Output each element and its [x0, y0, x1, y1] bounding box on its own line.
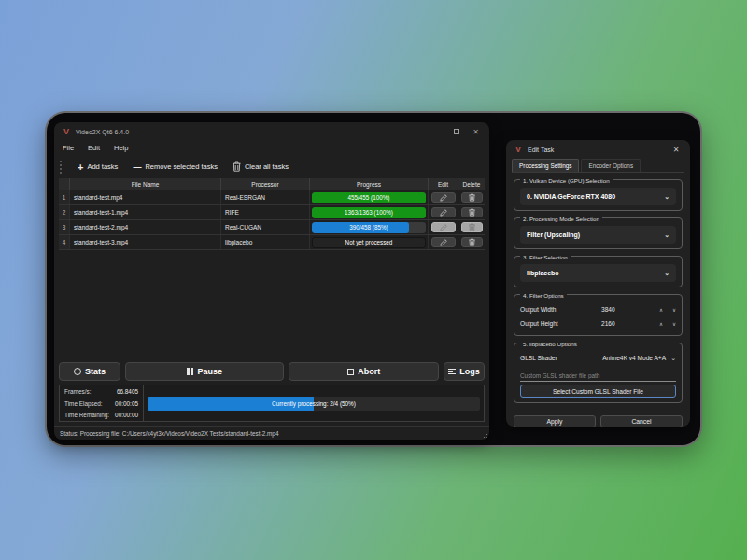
overall-progress-text: Currently processing: 2/4 (50%) [272, 400, 356, 407]
stats-icon [74, 368, 81, 375]
logs-label: Logs [459, 367, 480, 376]
row-number: 1 [59, 190, 70, 204]
dialog-tabs: Processing Settings Encoder Options [512, 159, 684, 173]
progress-cell: Not yet processed [310, 235, 429, 249]
col-edit: Edit [429, 178, 458, 190]
processor-cell: libplacebo [221, 235, 310, 249]
pause-label: Pause [197, 367, 222, 376]
col-rownum [59, 178, 70, 190]
custom-shader-path-input[interactable] [520, 371, 676, 382]
filter-options-title: 4. Filter Options [520, 291, 567, 300]
trash-icon [469, 223, 475, 231]
delete-task-button[interactable] [461, 237, 483, 247]
progress-text: 390/458 (85%) [349, 224, 388, 231]
glsl-shader-value[interactable]: Anime4K v4 Mode A+A [602, 355, 666, 361]
output-width-value[interactable]: 3840 [601, 306, 659, 313]
processor-cell: RIFE [221, 205, 310, 219]
trash-icon [469, 238, 475, 246]
abort-button[interactable]: Abort [289, 362, 439, 381]
menu-edit[interactable]: Edit [88, 144, 100, 152]
spin-down-icon[interactable]: ∨ [672, 307, 676, 313]
col-processor: Processor [221, 178, 310, 190]
table-row[interactable]: 1 standard-test.mp4 Real-ESRGAN 455/455 … [59, 190, 485, 205]
pause-button[interactable]: Pause [125, 362, 284, 381]
filter-select[interactable]: libplacebo ⌄ [520, 264, 676, 282]
toolbar-handle[interactable] [60, 161, 63, 174]
clear-tasks-button[interactable]: Clear all tasks [233, 161, 289, 172]
table-row[interactable]: 2 standard-test-1.mp4 RIFE 1363/1363 (10… [59, 205, 485, 220]
pencil-icon [440, 194, 447, 202]
edit-task-button[interactable] [431, 192, 456, 203]
minus-icon: — [133, 162, 141, 172]
libplacebo-options-group: 5. libplacebo Options GLSL Shader Anime4… [514, 343, 683, 403]
processing-mode-group: 2. Processing Mode Selection Filter (Ups… [514, 217, 683, 249]
gpu-select[interactable]: 0. NVIDIA GeForce RTX 4080 ⌄ [520, 188, 676, 205]
apply-button[interactable]: Apply [514, 415, 596, 427]
close-button[interactable]: ✕ [468, 125, 484, 138]
remove-tasks-button[interactable]: — Remove selected tasks [133, 162, 218, 172]
add-tasks-button[interactable]: + Add tasks [78, 162, 118, 172]
add-tasks-label: Add tasks [87, 162, 118, 171]
pencil-icon [440, 239, 447, 246]
spin-down-icon[interactable]: ∨ [672, 321, 676, 327]
minimize-button[interactable]: – [429, 125, 444, 138]
col-delete: Delete [458, 178, 485, 190]
output-width-label: Output Width [520, 306, 601, 313]
resize-grip[interactable] [482, 432, 487, 438]
delete-task-button[interactable] [461, 192, 483, 203]
gpu-select-value: 0. NVIDIA GeForce RTX 4080 [527, 193, 615, 200]
maximize-icon [454, 129, 459, 134]
file-name-cell: standard-test-2.mp4 [70, 220, 221, 234]
processor-cell: Real-CUGAN [221, 220, 310, 234]
menu-bar: File Edit Help [54, 141, 489, 155]
progress-text: 455/455 (100%) [348, 194, 390, 201]
stats-button[interactable]: Stats [59, 362, 120, 381]
file-name-cell: standard-test-1.mp4 [70, 205, 221, 219]
menu-file[interactable]: File [63, 144, 74, 152]
output-height-label: Output Height [520, 320, 601, 327]
processor-cell: Real-ESRGAN [221, 190, 310, 204]
spin-up-icon[interactable]: ∧ [659, 321, 663, 327]
overall-progress-bar: Currently processing: 2/4 (50%) [148, 397, 480, 411]
logs-icon [448, 369, 456, 375]
delete-task-button-disabled [461, 222, 483, 232]
output-height-value[interactable]: 2160 [601, 320, 659, 327]
vulkan-device-group: 1. Vulkan Device (GPU) Selection 0. NVID… [514, 179, 683, 211]
progress-text: Not yet processed [345, 239, 393, 245]
filter-selection-group: 3. Filter Selection libplacebo ⌄ [514, 256, 683, 287]
pencil-icon [440, 209, 447, 217]
cancel-button[interactable]: Cancel [600, 415, 683, 427]
status-text: Status: Processing file: C:/Users/k4yt3x… [60, 430, 278, 437]
edit-task-button-disabled [431, 222, 456, 232]
mode-select[interactable]: Filter (Upscaling) ⌄ [520, 226, 676, 244]
dialog-close-button[interactable]: ✕ [669, 146, 683, 154]
menu-help[interactable]: Help [114, 144, 128, 152]
stop-icon [347, 369, 354, 375]
mode-select-value: Filter (Upscaling) [527, 231, 580, 238]
trash-icon [469, 193, 475, 202]
col-progress: Progress [310, 178, 429, 190]
tab-encoder-options[interactable]: Encoder Options [581, 159, 641, 172]
edit-task-button[interactable] [431, 207, 456, 217]
logs-button[interactable]: Logs [444, 362, 485, 381]
edit-task-button[interactable] [431, 237, 456, 247]
select-shader-file-button[interactable]: Select Custom GLSL Shader File [520, 385, 676, 398]
dialog-title: Edit Task [528, 147, 554, 153]
table-row[interactable]: 4 standard-test-3.mp4 libplacebo Not yet… [59, 235, 485, 250]
spin-up-icon[interactable]: ∧ [659, 307, 663, 313]
maximize-button[interactable] [448, 125, 464, 138]
abort-label: Abort [358, 367, 380, 376]
filter-options-group: 4. Filter Options Output Width 3840 ∧∨ O… [514, 294, 683, 336]
col-file-name: File Name [70, 178, 221, 190]
pencil-icon [440, 224, 447, 231]
chevron-down-icon: ⌄ [664, 232, 669, 238]
status-bar: Status: Processing file: C:/Users/k4yt3x… [54, 426, 489, 440]
progress-cell: 1363/1363 (100%) [310, 205, 429, 219]
delete-task-button[interactable] [461, 207, 483, 217]
table-row[interactable]: 3 standard-test-2.mp4 Real-CUGAN 390/458… [59, 220, 485, 235]
title-bar[interactable]: V Video2X Qt6 6.4.0 – ✕ [54, 122, 489, 141]
glsl-shader-row: GLSL Shader Anime4K v4 Mode A+A ⌄ [520, 351, 676, 365]
dialog-title-bar[interactable]: V Edit Task ✕ [506, 140, 690, 159]
stats-panel: Frames/s:66.8405 Time Elapsed:00:00:05 T… [59, 385, 485, 422]
tab-processing-settings[interactable]: Processing Settings [512, 159, 579, 172]
